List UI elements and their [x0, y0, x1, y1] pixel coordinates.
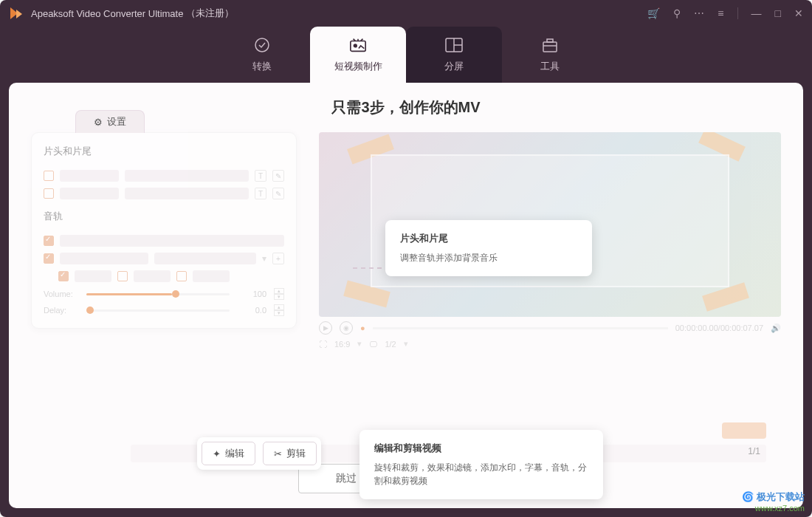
placeholder-bar	[134, 270, 171, 282]
page-indicator: 1/1	[748, 446, 760, 456]
checkbox-checked[interactable]	[44, 253, 54, 264]
page-value: 1/2	[385, 340, 396, 349]
titlebar-actions: 🛒 ⚲ ⋯ ≡ — □ ✕	[647, 7, 803, 19]
app-logo-icon	[9, 6, 24, 21]
svg-rect-6	[543, 42, 557, 52]
split-icon	[445, 36, 463, 54]
volume-stepper[interactable]: ▴▾	[274, 288, 284, 300]
settings-column: ⚙ 设置 片头和片尾 T ✎	[31, 132, 297, 349]
checkbox-checked[interactable]	[44, 236, 54, 246]
checkbox-checked[interactable]	[58, 271, 69, 281]
delay-stepper[interactable]: ▴▾	[274, 304, 284, 316]
placeholder-bar	[60, 253, 148, 264]
nav-convert[interactable]: 转换	[214, 27, 310, 83]
nav-convert-label: 转换	[252, 60, 272, 73]
volume-value: 100	[237, 290, 266, 298]
snapshot-icon[interactable]: ◉	[340, 321, 353, 335]
titlebar: Apeaksoft Video Converter Ultimate （未注册）…	[0, 0, 812, 27]
progress-bar[interactable]	[373, 327, 668, 329]
add-icon[interactable]: +	[272, 253, 284, 264]
mv-icon	[349, 36, 367, 54]
watermark-url: www.xz7.com	[755, 504, 805, 513]
nav-tools-label: 工具	[540, 60, 560, 73]
nav-mv-label: 短视频制作	[334, 60, 382, 73]
key-icon[interactable]: ⚲	[673, 7, 681, 19]
volume-row: Volume: 100 ▴▾	[44, 288, 284, 300]
text-icon[interactable]: T	[255, 188, 266, 199]
delay-row: Delay: 0.0 ▴▾	[44, 304, 284, 316]
scissors-icon: ✂	[274, 448, 282, 459]
aspect-icon[interactable]: ⛶	[319, 340, 327, 349]
cut-button[interactable]: ✂ 剪辑	[263, 442, 317, 465]
minimize-button[interactable]: —	[751, 7, 762, 19]
settings-tab[interactable]: ⚙ 设置	[75, 110, 145, 133]
delay-label: Delay:	[44, 306, 79, 315]
placeholder-bar	[193, 270, 230, 282]
checkbox[interactable]	[176, 271, 187, 281]
separator	[737, 7, 738, 19]
placeholder-bar	[125, 170, 249, 182]
tools-icon	[541, 36, 559, 54]
edit-button-group: ✦ 编辑 ✂ 剪辑	[197, 437, 321, 470]
menu-icon[interactable]: ≡	[718, 7, 723, 19]
maximize-button[interactable]: □	[775, 7, 781, 19]
app-window: Apeaksoft Video Converter Ultimate （未注册）…	[0, 0, 812, 517]
tooltip-intro-title: 片头和片尾	[400, 232, 577, 245]
audio-row-2: ▾ +	[44, 253, 284, 264]
intro-row-2: T ✎	[44, 188, 284, 199]
connector-line	[353, 267, 390, 269]
intro-row-1: T ✎	[44, 170, 284, 182]
sparkle-icon: ✦	[213, 448, 221, 459]
nav-mv[interactable]: 短视频制作	[310, 27, 406, 83]
tooltip-edit-title: 编辑和剪辑视频	[374, 442, 588, 455]
edit-button[interactable]: ✦ 编辑	[202, 442, 255, 465]
gear-icon: ⚙	[94, 117, 103, 128]
dropdown-placeholder[interactable]	[154, 253, 256, 264]
tooltip-edit: 编辑和剪辑视频 旋转和裁剪，效果和滤镜，添加水印，字幕，音轨，分割和裁剪视频	[359, 430, 603, 499]
play-icon[interactable]: ▶	[319, 321, 332, 335]
tooltip-edit-body: 旋转和裁剪，效果和滤镜，添加水印，字幕，音轨，分割和裁剪视频	[374, 461, 588, 487]
close-button[interactable]: ✕	[794, 7, 803, 19]
edit-icon[interactable]: ✎	[272, 170, 284, 182]
nav-split-label: 分屏	[444, 60, 464, 73]
tooltip-intro-body: 调整音轨并添加背景音乐	[400, 251, 577, 264]
placeholder-bar	[125, 188, 249, 199]
edit-button-label: 编辑	[225, 447, 244, 460]
screen-icon[interactable]: 🖵	[369, 340, 377, 349]
content-area: 只需3步，创作你的MV ⚙ 设置 片头和片尾 T ✎	[9, 83, 803, 508]
volume-label: Volume:	[44, 290, 79, 298]
checkbox[interactable]	[44, 171, 54, 181]
export-button-placeholder[interactable]	[722, 422, 766, 439]
audio-row-1	[44, 235, 284, 247]
section-audio-title: 音轨	[44, 210, 284, 227]
svg-rect-7	[547, 39, 553, 42]
volume-slider[interactable]	[86, 293, 230, 295]
aspect-value: 16:9	[334, 340, 350, 349]
settings-tab-label: 设置	[107, 115, 126, 129]
volume-icon[interactable]: 🔊	[771, 323, 781, 333]
delay-slider[interactable]	[86, 309, 230, 312]
cut-button-label: 剪辑	[286, 447, 306, 460]
registration-status: （未注册）	[186, 7, 234, 20]
audio-sub-row	[44, 270, 284, 282]
cart-icon[interactable]: 🛒	[647, 7, 660, 19]
text-icon[interactable]: T	[255, 170, 266, 182]
app-title: Apeaksoft Video Converter Ultimate	[31, 8, 183, 19]
nav-tools[interactable]: 工具	[502, 27, 598, 83]
player-time: 00:00:00.00/00:00:07.07	[675, 323, 763, 332]
tooltip-intro: 片头和片尾 调整音轨并添加背景音乐	[385, 220, 592, 276]
main-nav: 转换 短视频制作 分屏 工具	[0, 27, 812, 83]
settings-panel: 片头和片尾 T ✎ T ✎ 音轨	[31, 132, 297, 329]
edit-icon[interactable]: ✎	[272, 188, 284, 199]
placeholder-bar	[75, 270, 111, 282]
delay-value: 0.0	[237, 306, 266, 315]
placeholder-bar	[60, 188, 119, 199]
checkbox[interactable]	[44, 188, 54, 199]
placeholder-bar	[60, 235, 284, 247]
svg-rect-1	[351, 41, 365, 51]
nav-split[interactable]: 分屏	[406, 27, 502, 83]
feedback-icon[interactable]: ⋯	[694, 7, 704, 19]
watermark: 🌀 极光下载站 www.xz7.com	[742, 490, 805, 513]
convert-icon	[253, 36, 271, 54]
checkbox[interactable]	[117, 271, 128, 281]
